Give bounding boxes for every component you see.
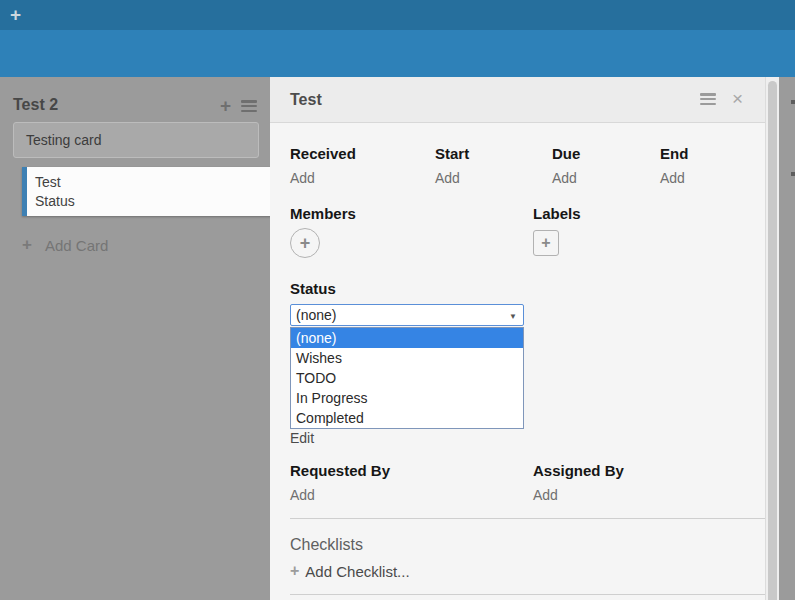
minicard-selected[interactable]: Test Status xyxy=(22,167,272,216)
divider xyxy=(290,594,765,595)
add-board-icon[interactable]: + xyxy=(10,4,21,25)
card-title: Test xyxy=(290,91,322,109)
checklists-title: Checklists xyxy=(290,536,363,554)
card-detail-header: Test × xyxy=(270,77,765,123)
plus-icon: + xyxy=(22,235,32,255)
date-field-start: Start Add xyxy=(435,145,469,162)
status-selected-value: (none) xyxy=(296,307,336,323)
minicard-title: Testing card xyxy=(26,132,101,148)
assigned-by-add-link[interactable]: Add xyxy=(533,487,558,503)
add-card-button[interactable]: + Add Card xyxy=(22,235,108,255)
date-label: End xyxy=(660,145,688,162)
list-add-card-icon[interactable]: + xyxy=(220,98,231,114)
status-option[interactable]: (none) xyxy=(291,328,523,348)
status-label: Status xyxy=(290,280,336,297)
date-label: Received xyxy=(290,145,356,162)
app-screen: + Test 2 + Testing card Test Status + Ad… xyxy=(0,0,795,600)
add-checklist-button[interactable]: + Add Checklist... xyxy=(290,562,410,580)
plus-icon: + xyxy=(541,234,550,252)
status-option[interactable]: Wishes xyxy=(291,348,523,368)
chevron-down-icon: ▼ xyxy=(509,312,517,321)
members-label: Members xyxy=(290,205,356,222)
minicard-title: Test xyxy=(35,173,272,192)
list-menu-icon[interactable] xyxy=(241,100,257,112)
card-menu-icon[interactable] xyxy=(700,93,716,105)
add-label-button[interactable]: + xyxy=(533,230,559,256)
panel-scrollbar[interactable] xyxy=(765,77,779,600)
scrollbar-thumb[interactable] xyxy=(768,81,777,600)
status-option[interactable]: In Progress xyxy=(291,388,523,408)
status-option[interactable]: TODO xyxy=(291,368,523,388)
assigned-by-label: Assigned By xyxy=(533,462,624,479)
date-field-end: End Add xyxy=(660,145,688,162)
card-detail-panel: Test × Received Add Start Add Due Add En… xyxy=(270,77,765,600)
list-header: Test 2 + xyxy=(13,96,259,118)
add-member-button[interactable]: + xyxy=(290,228,320,258)
close-icon[interactable]: × xyxy=(732,92,743,106)
board-header-bar xyxy=(0,30,795,77)
date-add-link[interactable]: Add xyxy=(435,170,460,186)
add-card-label: Add Card xyxy=(45,237,108,254)
top-navigation-bar: + xyxy=(0,0,795,30)
next-list-edge xyxy=(779,77,795,600)
divider xyxy=(290,518,765,519)
plus-icon: + xyxy=(300,233,311,254)
labels-label: Labels xyxy=(533,205,581,222)
offscreen-icon xyxy=(791,172,795,176)
date-field-received: Received Add xyxy=(290,145,356,162)
date-add-link[interactable]: Add xyxy=(552,170,577,186)
status-dropdown-list: (none) Wishes TODO In Progress Completed xyxy=(290,327,524,429)
plus-icon: + xyxy=(290,562,299,580)
list-title: Test 2 xyxy=(13,96,58,113)
minicard[interactable]: Testing card xyxy=(13,122,259,158)
status-option[interactable]: Completed xyxy=(291,408,523,428)
date-add-link[interactable]: Add xyxy=(660,170,685,186)
date-field-due: Due Add xyxy=(552,145,580,162)
requested-by-label: Requested By xyxy=(290,462,390,479)
date-label: Due xyxy=(552,145,580,162)
date-label: Start xyxy=(435,145,469,162)
minicard-subtitle: Status xyxy=(35,192,272,211)
status-select[interactable]: (none) ▼ xyxy=(290,304,524,326)
requested-by-add-link[interactable]: Add xyxy=(290,487,315,503)
date-add-link[interactable]: Add xyxy=(290,170,315,186)
offscreen-icon xyxy=(791,100,795,104)
add-checklist-label: Add Checklist... xyxy=(305,563,409,580)
status-edit-link[interactable]: Edit xyxy=(290,430,314,446)
